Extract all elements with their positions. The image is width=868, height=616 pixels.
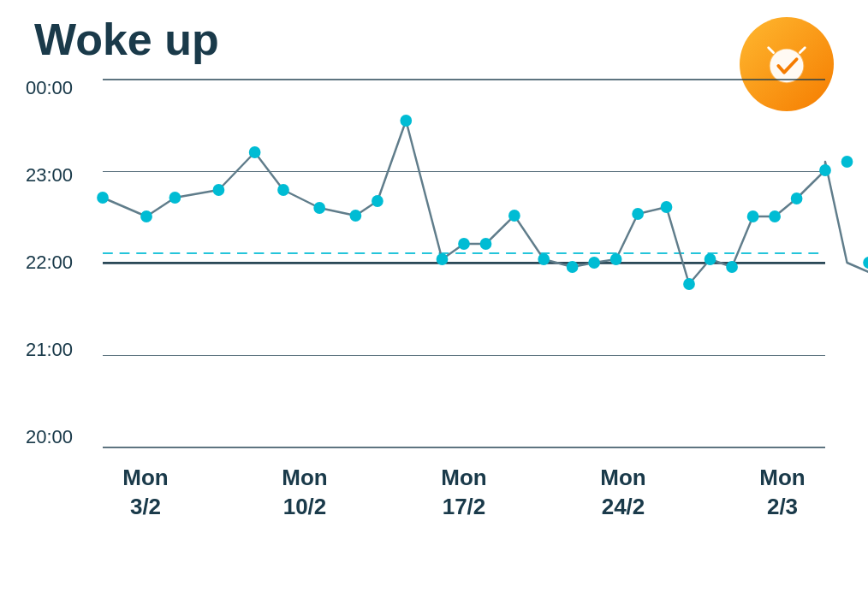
y-labels: 00:00 23:00 22:00 21:00 20:00 <box>26 79 73 447</box>
dot-4 <box>213 184 225 196</box>
dot-3 <box>169 192 181 204</box>
dot-17 <box>588 257 600 269</box>
svg-line-2 <box>769 48 774 53</box>
dot-12 <box>458 238 470 250</box>
dot-5 <box>249 146 261 158</box>
dot-14 <box>508 210 520 222</box>
dot-23 <box>726 261 738 273</box>
chart-container: Woke up 00:00 23:00 22:00 <box>0 0 868 616</box>
dot-22 <box>705 253 716 265</box>
dot-7 <box>313 202 325 214</box>
y-label-4: 20:00 <box>26 428 73 447</box>
dot-20 <box>661 201 673 213</box>
dot-26 <box>791 192 803 204</box>
y-label-3: 21:00 <box>26 341 73 359</box>
dot-16 <box>567 261 579 273</box>
dot-9 <box>372 195 383 207</box>
dot-19 <box>632 208 644 220</box>
dot-1 <box>97 192 109 204</box>
x-label-3: Mon 24/2 <box>580 464 666 522</box>
dot-15 <box>538 253 550 265</box>
x-label-0: Mon 3/2 <box>103 464 188 522</box>
x-labels: Mon 3/2 Mon 10/2 Mon 17/2 Mon 24/2 Mon 2… <box>103 447 825 522</box>
dot-10 <box>400 115 412 127</box>
x-label-1: Mon 10/2 <box>262 464 348 522</box>
dot-24 <box>747 210 759 222</box>
dot-2 <box>140 210 152 222</box>
dot-25 <box>769 210 781 222</box>
y-label-0: 00:00 <box>26 79 73 98</box>
dot-11 <box>437 253 449 265</box>
y-label-1: 23:00 <box>26 166 73 185</box>
chart-area: 00:00 23:00 22:00 21:00 20:00 <box>103 79 825 447</box>
grid-line-4 <box>103 447 825 448</box>
chart-title: Woke up <box>34 17 842 62</box>
dot-18 <box>610 253 622 265</box>
dot-28 <box>841 156 853 168</box>
dot-13 <box>480 238 492 250</box>
x-label-4: Mon 2/3 <box>740 464 825 522</box>
dot-6 <box>277 184 289 196</box>
dot-8 <box>350 210 362 222</box>
svg-line-3 <box>800 48 805 53</box>
data-line <box>103 121 868 284</box>
y-label-2: 22:00 <box>26 253 73 272</box>
dot-29 <box>863 257 868 269</box>
x-label-2: Mon 17/2 <box>421 464 507 522</box>
dot-27 <box>819 164 831 176</box>
chart-svg <box>103 79 825 447</box>
dot-21 <box>683 278 695 290</box>
